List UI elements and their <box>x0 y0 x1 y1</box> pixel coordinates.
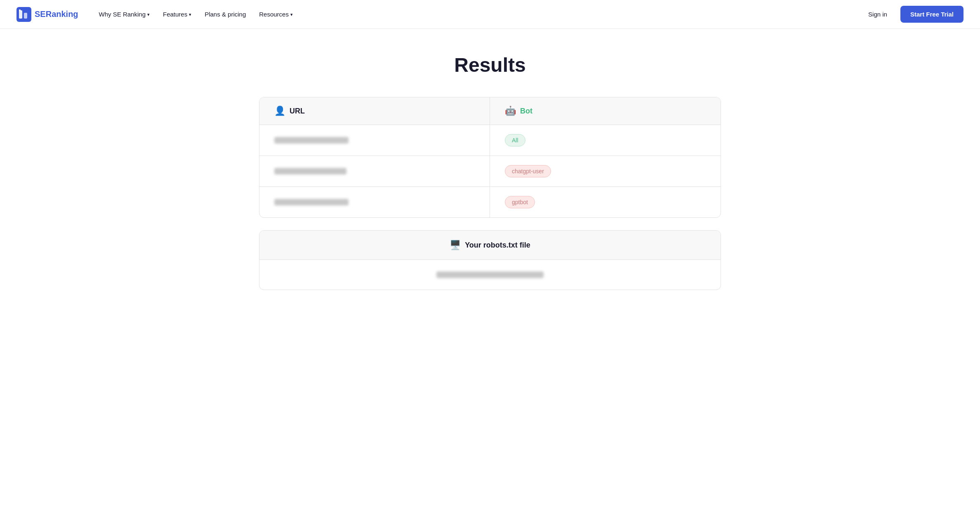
nav-links: Why SE Ranking ▾ Features ▾ Plans & pric… <box>93 7 299 21</box>
nav-label-why: Why SE Ranking <box>99 11 146 18</box>
bot-header-icon: 🤖 <box>505 106 516 116</box>
nav-label-plans: Plans & pricing <box>205 11 246 18</box>
url-cell-3 <box>259 187 490 217</box>
user-bot-icon: 👤 <box>274 106 285 116</box>
blurred-url-2 <box>274 168 346 175</box>
nav-item-plans-pricing[interactable]: Plans & pricing <box>199 7 252 21</box>
page-title: Results <box>259 54 721 76</box>
chevron-down-icon-resources: ▾ <box>290 12 293 17</box>
bot-badge-chatgpt: chatgpt-user <box>505 165 551 177</box>
robots-url-row <box>259 260 721 290</box>
table-row: gptbot <box>259 187 721 217</box>
url-cell-1 <box>259 125 490 156</box>
col-header-url: 👤 URL <box>259 97 490 125</box>
col-url-label: URL <box>290 107 305 116</box>
svg-rect-1 <box>19 10 22 19</box>
bot-badge-gptbot: gptbot <box>505 196 535 208</box>
bot-cell-1: All <box>490 125 721 156</box>
logo-icon <box>16 7 31 22</box>
nav-label-features: Features <box>163 11 187 18</box>
logo-ranking: Ranking <box>46 9 78 19</box>
blurred-robots-url <box>436 271 544 278</box>
navbar: SERanking Why SE Ranking ▾ Features ▾ Pl… <box>0 0 980 29</box>
sign-in-button[interactable]: Sign in <box>862 7 894 21</box>
col-header-bot: 🤖 Bot <box>490 97 721 125</box>
main-content: Results 👤 URL 🤖 Bot All <box>243 29 737 315</box>
navbar-left: SERanking Why SE Ranking ▾ Features ▾ Pl… <box>16 7 299 22</box>
table-row: All <box>259 125 721 156</box>
logo-se: SE <box>35 9 46 19</box>
bot-cell-2: chatgpt-user <box>490 156 721 186</box>
nav-item-resources[interactable]: Resources ▾ <box>253 7 299 21</box>
chevron-down-icon-features: ▾ <box>189 12 191 17</box>
nav-item-why-se-ranking[interactable]: Why SE Ranking ▾ <box>93 7 155 21</box>
robots-card: 🖥️ Your robots.txt file <box>259 230 721 290</box>
svg-rect-2 <box>24 13 27 19</box>
robots-header-label: Your robots.txt file <box>465 241 530 250</box>
table-row: chatgpt-user <box>259 156 721 187</box>
bot-cell-3: gptbot <box>490 187 721 217</box>
logo-text: SERanking <box>35 9 78 19</box>
table-header: 👤 URL 🤖 Bot <box>259 97 721 125</box>
svg-rect-3 <box>19 9 21 11</box>
navbar-right: Sign in Start Free Trial <box>862 6 964 23</box>
robots-header: 🖥️ Your robots.txt file <box>259 231 721 260</box>
nav-label-resources: Resources <box>259 11 289 18</box>
blurred-url-3 <box>274 199 349 205</box>
col-bot-label: Bot <box>520 107 532 116</box>
logo[interactable]: SERanking <box>16 7 78 22</box>
bot-badge-all: All <box>505 134 525 146</box>
results-table: 👤 URL 🤖 Bot All <box>259 97 721 217</box>
nav-item-features[interactable]: Features ▾ <box>157 7 197 21</box>
chevron-down-icon-why: ▾ <box>147 12 150 17</box>
start-free-trial-button[interactable]: Start Free Trial <box>900 6 964 23</box>
url-cell-2 <box>259 156 490 186</box>
blurred-url-1 <box>274 137 349 144</box>
robots-file-icon: 🖥️ <box>450 240 461 250</box>
results-card: 👤 URL 🤖 Bot All <box>259 97 721 218</box>
